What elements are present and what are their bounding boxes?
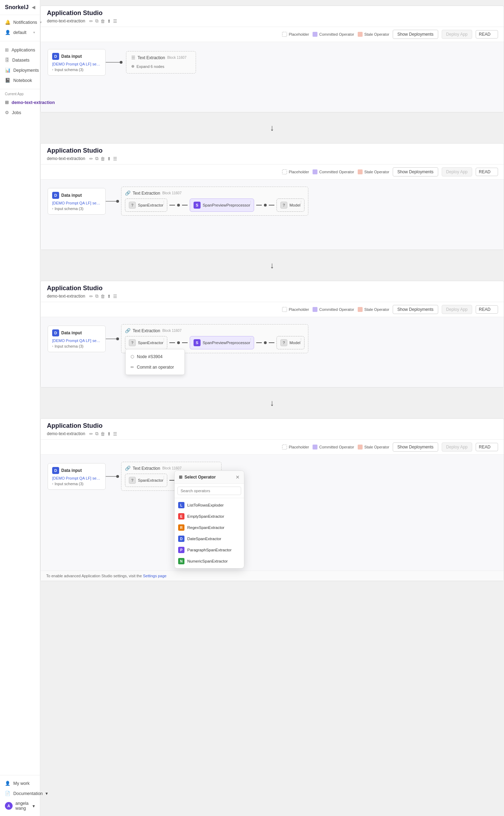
- sidebar-item-user[interactable]: A angela wang ▾: [0, 798, 40, 813]
- commit-icon: ✏: [131, 365, 134, 370]
- delete-icon[interactable]: 🗑: [100, 19, 105, 24]
- show-deployments-button[interactable]: Show Deployments: [393, 30, 438, 39]
- panel-4-title: Application Studio: [47, 422, 497, 430]
- sidebar-collapse-button[interactable]: ◀: [32, 5, 35, 10]
- operator-list-item[interactable]: P ParagraphSpanExtractor: [175, 544, 244, 556]
- expand-nodes[interactable]: ⊕ Expand 6 nodes: [131, 63, 191, 70]
- edit-icon-2[interactable]: ✏: [89, 156, 93, 161]
- arrow-3-4: ↓: [270, 395, 274, 411]
- copy-icon-2[interactable]: ⧉: [95, 156, 98, 161]
- sidebar-item-current-app[interactable]: ⊞ demo-text-extraction: [0, 97, 40, 107]
- sidebar-item-notifications[interactable]: 🔔 Notifications ▾: [0, 17, 40, 27]
- sidebar-item-mywork[interactable]: 👤 My work: [0, 778, 40, 788]
- read-mode-select-4[interactable]: READ: [476, 443, 498, 451]
- input-schema[interactable]: › Input schema (3): [52, 68, 101, 72]
- span-extractor-menu-4[interactable]: ⋮: [162, 475, 166, 479]
- edit-icon[interactable]: ✏: [89, 19, 93, 24]
- panel-1: Application Studio demo-text-extraction …: [40, 6, 504, 112]
- operator-list-item[interactable]: R RegexSpanExtractor: [175, 522, 244, 533]
- export-icon[interactable]: ⬆: [107, 19, 111, 24]
- edit-icon-4[interactable]: ✏: [89, 431, 93, 437]
- data-input-link[interactable]: [DEMO Prompt QA LF] seq-loan-...: [52, 62, 101, 66]
- input-schema-2[interactable]: › Input schema (3): [52, 207, 101, 211]
- stale-legend-label-4: Stale Operator: [364, 445, 390, 449]
- copy-icon-4[interactable]: ⧉: [95, 431, 98, 437]
- input-schema-3[interactable]: › Input schema (3): [52, 344, 101, 348]
- data-input-icon-4: D: [52, 467, 59, 474]
- settings-icon-4[interactable]: ☰: [113, 431, 117, 437]
- notifications-icon: 🔔: [5, 20, 10, 25]
- sidebar-item-datasets[interactable]: 🗄 Datasets: [0, 55, 40, 65]
- delete-icon-2[interactable]: 🗑: [100, 156, 105, 161]
- data-input-link-2[interactable]: [DEMO Prompt QA LF] seq-loan-...: [52, 201, 101, 205]
- data-input-link-3[interactable]: [DEMO Prompt QA LF] seq-loan-...: [52, 339, 101, 343]
- stale-legend: Stale Operator: [358, 32, 390, 37]
- committed-legend-label: Committed Operator: [319, 32, 354, 36]
- panel-2-canvas: D Data input [DEMO Prompt QA LF] seq-loa…: [41, 180, 504, 250]
- show-deployments-button-2[interactable]: Show Deployments: [393, 167, 438, 176]
- notebook-label: Notebook: [13, 78, 32, 83]
- input-schema-4[interactable]: › Input schema (3): [52, 482, 101, 486]
- model-menu[interactable]: ⋮: [299, 200, 303, 204]
- operator-list-item[interactable]: L ListToRowsExploder: [175, 500, 244, 511]
- delete-icon-4[interactable]: 🗑: [100, 431, 105, 437]
- placeholder-legend-3: Placeholder: [282, 307, 309, 312]
- sidebar-item-deployments[interactable]: 📊 Deployments: [0, 65, 40, 75]
- copy-icon[interactable]: ⧉: [95, 18, 98, 24]
- stale-legend-box-2: [358, 169, 363, 174]
- sidebar-item-notebook[interactable]: 📓 Notebook: [0, 75, 40, 85]
- sidebar-item-default[interactable]: 👤 default ▾: [0, 27, 40, 37]
- operator-list-item[interactable]: E EmptySpanExtractor: [175, 511, 244, 522]
- operator-list-item[interactable]: N NumericSpanExtractor: [175, 556, 244, 567]
- settings-icon[interactable]: ☰: [113, 19, 117, 24]
- copy-icon-3[interactable]: ⧉: [95, 293, 98, 299]
- span-preview-icon: S: [194, 202, 201, 209]
- span-preview-menu[interactable]: ⋮: [249, 200, 252, 204]
- placeholder-legend-4: Placeholder: [282, 445, 309, 449]
- delete-icon-3[interactable]: 🗑: [100, 294, 105, 299]
- extraction-block-id-4: Block 11607: [162, 466, 182, 470]
- connector-line-3a: [106, 339, 116, 339]
- extraction-block-icon: ☰: [131, 55, 135, 60]
- sidebar-item-applications[interactable]: ⊞ Applications: [0, 45, 40, 55]
- arrow-1-2: ↓: [270, 119, 274, 136]
- sidebar-item-documentation[interactable]: 📄 Documentation ▾: [0, 788, 40, 798]
- model-label-3: Model: [289, 341, 300, 345]
- data-input-link-4[interactable]: [DEMO Prompt QA LF] seq-loan-...: [52, 476, 101, 480]
- export-icon-4[interactable]: ⬆: [107, 431, 111, 437]
- span-preview-menu-3[interactable]: ⋮: [249, 338, 252, 342]
- connector-dot-3a: [116, 337, 119, 340]
- edit-icon-3[interactable]: ✏: [89, 294, 93, 299]
- show-deployments-button-4[interactable]: Show Deployments: [393, 442, 438, 452]
- schema-chevron-icon-2: ›: [52, 207, 53, 210]
- stale-legend-2: Stale Operator: [358, 169, 390, 174]
- model-menu-3[interactable]: ⋮: [299, 338, 303, 342]
- settings-icon-3[interactable]: ☰: [113, 294, 117, 299]
- read-mode-select[interactable]: READ: [476, 30, 498, 39]
- read-mode-select-3[interactable]: READ: [476, 305, 498, 314]
- operator-list-item[interactable]: E EmailAddressSpanExtractor: [175, 567, 244, 568]
- documentation-icon: 📄: [5, 791, 10, 796]
- modal-close-button[interactable]: ✕: [236, 474, 240, 480]
- modal-header: ⊞ Select Operator ✕: [175, 471, 244, 484]
- span-extractor-menu[interactable]: ⋮: [162, 200, 166, 204]
- span-extractor-menu-3[interactable]: ⋮: [162, 338, 166, 342]
- export-icon-2[interactable]: ⬆: [107, 156, 111, 161]
- data-input-icon-2: D: [52, 192, 59, 199]
- app-icon: ⊞: [5, 100, 9, 105]
- sidebar-item-jobs[interactable]: ⚙ Jobs: [0, 107, 40, 118]
- show-deployments-button-3[interactable]: Show Deployments: [393, 305, 438, 314]
- commit-operator-item[interactable]: ✏ Commit an operator: [126, 362, 184, 372]
- model-icon-3: ?: [280, 339, 287, 346]
- operator-item-icon: R: [178, 524, 184, 531]
- settings-icon-2[interactable]: ☰: [113, 156, 117, 161]
- operator-list-item[interactable]: D DateSpanExtractor: [175, 533, 244, 544]
- span-extractor-label: SpanExtractor: [138, 203, 163, 207]
- search-operators-input[interactable]: [177, 487, 241, 495]
- node-header-4: D Data input: [52, 467, 101, 474]
- settings-link[interactable]: Settings page: [143, 574, 166, 578]
- export-icon-3[interactable]: ⬆: [107, 294, 111, 299]
- panel-2-app-name: demo-text-extraction: [47, 156, 85, 161]
- operator-item-icon: E: [178, 513, 184, 519]
- read-mode-select-2[interactable]: READ: [476, 168, 498, 176]
